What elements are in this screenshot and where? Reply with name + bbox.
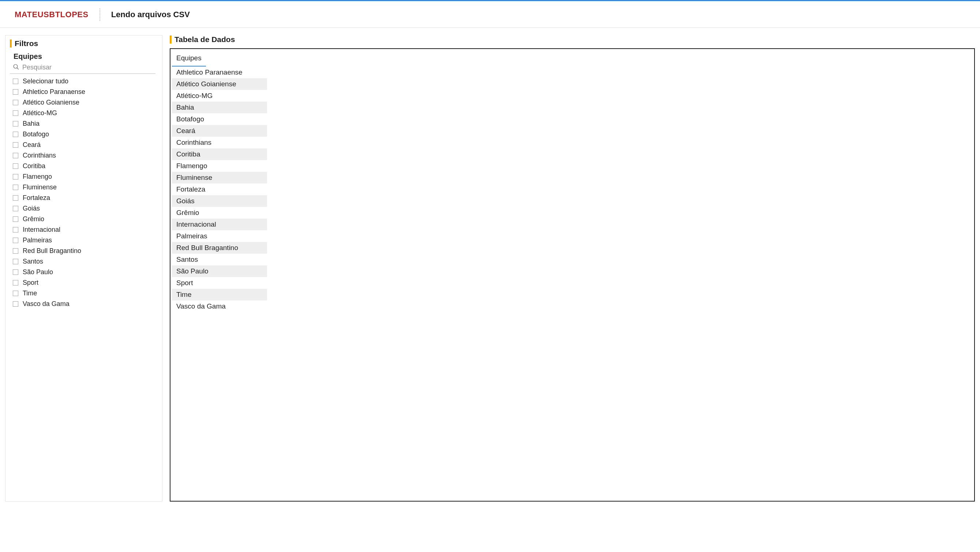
table-row[interactable]: Sport <box>172 277 267 289</box>
svg-line-1 <box>17 68 19 70</box>
checkbox-icon[interactable] <box>13 79 18 84</box>
table-row[interactable]: Atlético Goianiense <box>172 78 267 90</box>
filter-checklist: Selecionar tudo Athletico ParanaenseAtlé… <box>10 76 156 309</box>
filter-item[interactable]: Grêmio <box>13 214 156 224</box>
table-cell: Palmeiras <box>172 230 267 242</box>
filter-item[interactable]: Ceará <box>13 140 156 150</box>
table-row[interactable]: Santos <box>172 254 267 265</box>
header-divider <box>100 8 100 21</box>
table-row[interactable]: Coritiba <box>172 148 267 160</box>
checkbox-icon[interactable] <box>13 153 18 158</box>
filter-item[interactable]: Sport <box>13 278 156 288</box>
table-cell: São Paulo <box>172 265 267 277</box>
table-row[interactable]: Atlético-MG <box>172 90 267 102</box>
filter-item-label: Palmeiras <box>23 236 52 244</box>
filter-item[interactable]: Atlético-MG <box>13 108 156 119</box>
filter-item[interactable]: Palmeiras <box>13 235 156 246</box>
checkbox-icon[interactable] <box>13 227 18 233</box>
filter-item-label: Fluminense <box>23 184 57 191</box>
table-cell: Sport <box>172 277 267 289</box>
filter-item[interactable]: Fortaleza <box>13 193 156 203</box>
filter-item[interactable]: São Paulo <box>13 267 156 278</box>
main-title-row: Tabela de Dados <box>170 35 975 44</box>
table-cell: Bahia <box>172 102 267 113</box>
filter-item[interactable]: Goiás <box>13 203 156 214</box>
checkbox-icon[interactable] <box>13 206 18 211</box>
checkbox-icon[interactable] <box>13 110 18 116</box>
checkbox-icon[interactable] <box>13 174 18 179</box>
filters-title: Filtros <box>14 39 38 48</box>
svg-point-0 <box>14 64 18 68</box>
filter-item[interactable]: Coritiba <box>13 161 156 171</box>
search-row[interactable] <box>10 62 156 74</box>
table-cell: Santos <box>172 254 267 265</box>
checkbox-icon[interactable] <box>13 163 18 169</box>
filter-item[interactable]: Vasco da Gama <box>13 299 156 309</box>
filter-item[interactable]: Botafogo <box>13 129 156 140</box>
search-input[interactable] <box>22 63 154 71</box>
table-row[interactable]: Internacional <box>172 219 267 230</box>
table-row[interactable]: Time <box>172 289 267 300</box>
filter-item[interactable]: Santos <box>13 256 156 267</box>
checkbox-icon[interactable] <box>13 259 18 264</box>
checkbox-icon[interactable] <box>13 238 18 243</box>
filter-item[interactable]: Internacional <box>13 224 156 235</box>
table-cell: Flamengo <box>172 160 267 172</box>
checkbox-icon[interactable] <box>13 248 18 254</box>
table-row[interactable]: Palmeiras <box>172 230 267 242</box>
checkbox-icon[interactable] <box>13 185 18 190</box>
table-cell: Athletico Paranaense <box>172 67 267 78</box>
data-table-card[interactable]: Equipes Athletico ParanaenseAtlético Goi… <box>170 48 975 501</box>
filter-item[interactable]: Atlético Goianiense <box>13 97 156 108</box>
checkbox-icon[interactable] <box>13 290 18 296</box>
table-cell: Botafogo <box>172 113 267 125</box>
table-row[interactable]: Flamengo <box>172 160 267 172</box>
filter-item[interactable]: Time <box>13 288 156 299</box>
table-row[interactable]: São Paulo <box>172 265 267 277</box>
filter-item-label: Fortaleza <box>23 194 50 202</box>
table-row[interactable]: Corinthians <box>172 137 267 148</box>
checkbox-icon[interactable] <box>13 301 18 307</box>
filter-item[interactable]: Athletico Paranaense <box>13 87 156 97</box>
table-row[interactable]: Ceará <box>172 125 267 137</box>
table-row[interactable]: Grêmio <box>172 207 267 219</box>
checkbox-icon[interactable] <box>13 195 18 201</box>
filter-item[interactable]: Flamengo <box>13 171 156 182</box>
table-row[interactable]: Goiás <box>172 195 267 207</box>
table-cell: Atlético-MG <box>172 90 267 102</box>
checkbox-icon[interactable] <box>13 89 18 95</box>
brand-logo-text: MATEUSBTLOPES <box>14 10 89 19</box>
table-row[interactable]: Athletico Paranaense <box>172 67 267 78</box>
checkbox-icon[interactable] <box>13 270 18 275</box>
checkbox-icon[interactable] <box>13 132 18 137</box>
filter-item[interactable]: Red Bull Bragantino <box>13 246 156 256</box>
filter-select-all[interactable]: Selecionar tudo <box>13 76 156 87</box>
table-cell: Ceará <box>172 125 267 137</box>
table-cell: Goiás <box>172 195 267 207</box>
table-cell: Red Bull Bragantino <box>172 242 267 254</box>
filter-item[interactable]: Corinthians <box>13 150 156 161</box>
table-row[interactable]: Red Bull Bragantino <box>172 242 267 254</box>
filter-item-label: Goiás <box>23 205 40 213</box>
table-column-header[interactable]: Equipes <box>172 49 206 67</box>
checkbox-icon[interactable] <box>13 280 18 286</box>
filter-item[interactable]: Fluminense <box>13 182 156 193</box>
checkbox-icon[interactable] <box>13 121 18 127</box>
filter-item-label: Flamengo <box>23 173 52 181</box>
table-row[interactable]: Botafogo <box>172 113 267 125</box>
filter-item[interactable]: Bahia <box>13 119 156 129</box>
accent-bar-icon <box>10 40 12 48</box>
header: MATEUSBTLOPES Lendo arquivos CSV <box>0 1 980 28</box>
table-cell: Grêmio <box>172 207 267 219</box>
table-cell: Vasco da Gama <box>172 300 267 312</box>
checkbox-icon[interactable] <box>13 142 18 148</box>
table-row[interactable]: Fluminense <box>172 172 267 184</box>
main-title: Tabela de Dados <box>175 35 235 44</box>
checkbox-icon[interactable] <box>13 216 18 222</box>
table-row[interactable]: Bahia <box>172 102 267 113</box>
filter-item-label: Bahia <box>23 120 40 128</box>
table-row[interactable]: Fortaleza <box>172 184 267 195</box>
checkbox-icon[interactable] <box>13 100 18 105</box>
table-row[interactable]: Vasco da Gama <box>172 300 267 312</box>
filter-item-label: Botafogo <box>23 130 49 138</box>
